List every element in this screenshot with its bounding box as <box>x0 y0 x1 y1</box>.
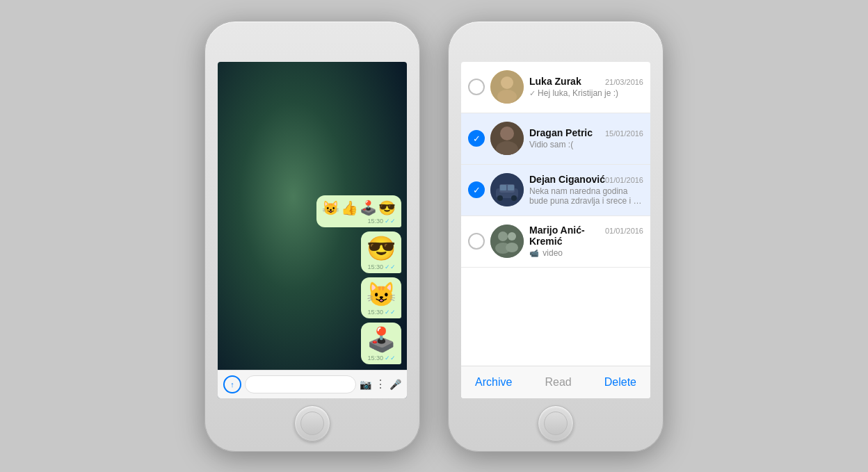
avatar-dragan <box>490 122 524 155</box>
conv-info-dragan: Dragan Petric 15/01/2016 Vidio sam :( <box>529 127 643 149</box>
check-1: ✓✓ <box>385 218 396 225</box>
archive-button[interactable]: Archive <box>475 376 512 389</box>
delete-button[interactable]: Delete <box>604 376 636 389</box>
chat-input-bar: ↑ 📷 ⋮ 🎤 <box>218 370 407 398</box>
svg-rect-12 <box>508 185 514 190</box>
preview-video-text: video <box>542 248 563 258</box>
messages-screen: Luka Zurak 21/03/2016 ✓ Hej luka, Kristi… <box>461 62 650 398</box>
select-circle-dragan[interactable]: ✓ <box>468 130 485 147</box>
phone-messages: Luka Zurak 21/03/2016 ✓ Hej luka, Kristi… <box>448 21 664 452</box>
conversation-luka[interactable]: Luka Zurak 21/03/2016 ✓ Hej luka, Kristi… <box>461 62 650 113</box>
read-button[interactable]: Read <box>545 376 571 389</box>
message-meta-1: 15:30 ✓✓ <box>367 218 396 225</box>
conv-date-dragan: 15/01/2016 <box>605 129 643 138</box>
send-button[interactable]: ↑ <box>223 375 241 393</box>
conv-date-dejan: 01/01/2016 <box>605 176 643 184</box>
phone-chat: 😺 👍 🕹️ 😎 15:30 ✓✓ 😎 15:30 ✓✓ <box>204 21 420 452</box>
message-meta-2: 15:30 ✓✓ <box>367 263 396 270</box>
home-button-inner-1 <box>300 412 324 435</box>
send-icon: ↑ <box>230 380 234 389</box>
conversation-marijo[interactable]: Marijo Anić-Kremić 01/01/2016 📹 video <box>461 216 650 268</box>
message-bubble-2: 😎 15:30 ✓✓ <box>361 231 401 272</box>
top-emojis: 😺 👍 🕹️ 😎 <box>322 200 396 216</box>
video-icon-marijo: 📹 <box>529 249 539 257</box>
select-circle-luka[interactable] <box>468 79 485 95</box>
select-circle-dejan[interactable]: ✓ <box>468 181 485 198</box>
message-input[interactable] <box>245 375 356 393</box>
conv-preview-marijo: 📹 video <box>529 248 643 258</box>
conv-preview-dragan: Vidio sam :( <box>529 140 643 149</box>
emoji-joystick: 🕹️ <box>360 200 377 216</box>
conv-name-dragan: Dragan Petric <box>529 127 593 138</box>
check-icon-luka: ✓ <box>529 89 538 97</box>
conv-header-marijo: Marijo Anić-Kremić 01/01/2016 <box>529 225 643 247</box>
conv-date-luka: 21/03/2016 <box>605 78 643 86</box>
check-4: ✓✓ <box>385 355 396 361</box>
preview-text-luka: Hej luka, Kristijan je :) <box>538 88 618 98</box>
avatar-wrap-dejan <box>490 173 524 206</box>
conv-name-luka: Luka Zurak <box>529 76 581 87</box>
list-spacer <box>461 268 650 366</box>
avatar-wrap-marijo <box>490 225 524 258</box>
emoji-thumbs: 👍 <box>341 200 358 216</box>
avatar-wrap-luka <box>490 70 524 104</box>
emoji-cat: 😺 <box>322 200 339 216</box>
message-time-2: 15:30 <box>367 263 383 270</box>
svg-point-17 <box>506 243 518 252</box>
conv-name-dejan: Dejan Ciganović <box>529 174 605 185</box>
home-button-2[interactable] <box>538 405 574 441</box>
conv-name-marijo: Marijo Anić-Kremić <box>529 225 605 247</box>
conv-info-dejan: Dejan Ciganović 01/01/2016 Neka nam nare… <box>529 174 643 206</box>
conv-preview-dejan: Neka nam naredna godina bude puna zdravl… <box>529 186 643 206</box>
conversation-dejan[interactable]: ✓ <box>461 165 650 216</box>
check-2: ✓✓ <box>385 263 396 270</box>
avatar-wrap-dragan <box>490 122 524 155</box>
emoji-4: 🕹️ <box>367 327 396 352</box>
svg-point-4 <box>500 127 514 140</box>
conv-header-dejan: Dejan Ciganović 01/01/2016 <box>529 174 643 185</box>
home-button-inner-2 <box>544 412 568 435</box>
chat-background: 😺 👍 🕹️ 😎 15:30 ✓✓ 😎 15:30 ✓✓ <box>218 62 407 398</box>
message-bubble-4: 🕹️ 15:30 ✓✓ <box>361 323 401 364</box>
home-button-1[interactable] <box>294 405 330 441</box>
messages-list: Luka Zurak 21/03/2016 ✓ Hej luka, Kristi… <box>461 62 650 398</box>
message-meta-4: 15:30 ✓✓ <box>367 355 396 361</box>
svg-point-16 <box>508 232 516 241</box>
message-meta-3: 15:30 ✓✓ <box>367 309 396 316</box>
message-bubble-3: 😺 15:30 ✓✓ <box>361 277 401 318</box>
svg-point-2 <box>497 90 517 104</box>
avatar-luka <box>490 70 524 104</box>
svg-point-14 <box>498 231 508 241</box>
mic-button[interactable]: 🎤 <box>389 379 401 390</box>
svg-rect-13 <box>490 225 524 258</box>
message-time-3: 15:30 <box>367 309 383 316</box>
more-button[interactable]: ⋮ <box>375 377 386 391</box>
conv-date-marijo: 01/01/2016 <box>605 227 643 235</box>
conv-info-marijo: Marijo Anić-Kremić 01/01/2016 📹 video <box>529 225 643 258</box>
select-circle-marijo[interactable] <box>468 233 485 250</box>
svg-point-1 <box>501 76 513 89</box>
message-time-4: 15:30 <box>367 355 383 361</box>
conv-header-luka: Luka Zurak 21/03/2016 <box>529 76 643 87</box>
svg-rect-11 <box>500 185 506 190</box>
emoji-sunglasses: 😎 <box>378 200 396 216</box>
conv-header-dragan: Dragan Petric 15/01/2016 <box>529 127 643 138</box>
camera-button[interactable]: 📷 <box>360 379 371 390</box>
conv-info-luka: Luka Zurak 21/03/2016 ✓ Hej luka, Kristi… <box>529 76 643 98</box>
message-time-1: 15:30 <box>367 218 383 225</box>
message-bubble-1: 😺 👍 🕹️ 😎 15:30 ✓✓ <box>316 195 401 227</box>
chat-screen: 😺 👍 🕹️ 😎 15:30 ✓✓ 😎 15:30 ✓✓ <box>218 62 407 398</box>
avatar-marijo <box>490 225 524 258</box>
conversation-dragan[interactable]: ✓ Dragan Petric 15/01/2016 <box>461 113 650 165</box>
emoji-2: 😎 <box>367 236 396 261</box>
svg-point-9 <box>497 195 503 201</box>
chat-messages: 😺 👍 🕹️ 😎 15:30 ✓✓ 😎 15:30 ✓✓ <box>218 188 407 369</box>
conv-preview-luka: ✓ Hej luka, Kristijan je :) <box>529 88 643 98</box>
emoji-3: 😺 <box>367 282 396 307</box>
action-bar: Archive Read Delete <box>461 366 650 398</box>
check-3: ✓✓ <box>385 309 396 316</box>
avatar-dejan <box>490 173 524 206</box>
svg-point-10 <box>511 195 517 201</box>
